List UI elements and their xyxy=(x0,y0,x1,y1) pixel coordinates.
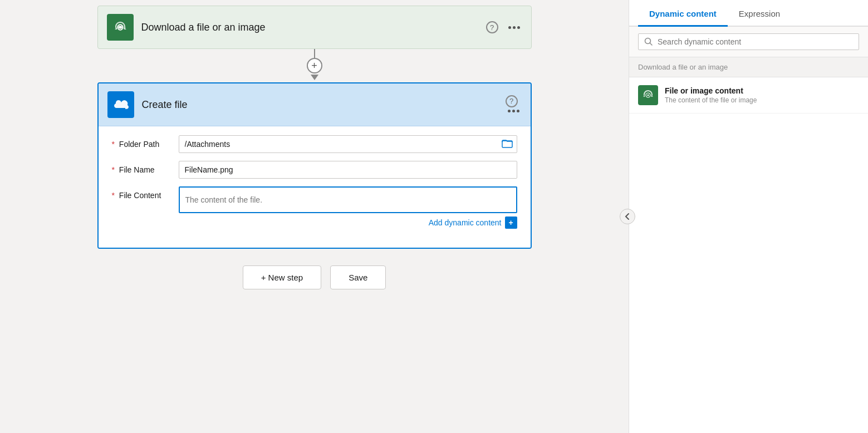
panel-section-header: Download a file or an image xyxy=(629,57,868,77)
top-step-icon xyxy=(107,14,134,41)
create-more-icon[interactable] xyxy=(506,107,522,115)
file-content-input[interactable] xyxy=(179,186,517,213)
create-file-title: Create file xyxy=(142,99,506,111)
top-step-title: Download a file or an image xyxy=(141,22,486,33)
folder-path-required: * xyxy=(112,140,115,149)
dynamic-content-row: Add dynamic content + xyxy=(179,216,517,229)
file-content-label: * File Content xyxy=(112,186,179,200)
top-step-card: Download a file or an image ? xyxy=(97,6,532,49)
create-file-body: * Folder Path * File Na xyxy=(99,126,531,248)
search-icon xyxy=(644,37,653,46)
file-content-wrapper: Add dynamic content + xyxy=(179,186,517,229)
file-name-row: * File Name xyxy=(112,161,517,179)
folder-browse-icon[interactable] xyxy=(502,138,513,150)
new-step-button[interactable]: + New step xyxy=(243,265,321,289)
add-dynamic-button[interactable]: Add dynamic content + xyxy=(429,216,517,229)
create-file-icon xyxy=(107,91,134,118)
file-name-label: * File Name xyxy=(112,161,179,174)
file-content-required: * xyxy=(112,191,115,200)
folder-path-wrapper xyxy=(179,135,517,153)
dynamic-item-file-content[interactable]: File or image content The content of the… xyxy=(629,77,868,114)
file-name-required: * xyxy=(112,165,115,174)
search-wrapper xyxy=(638,33,859,50)
tab-expression[interactable]: Expression xyxy=(728,0,791,27)
panel-search-area xyxy=(629,27,868,57)
panel-collapse-button[interactable] xyxy=(620,209,635,224)
create-file-header: Create file ? xyxy=(99,83,531,126)
step-connector: + xyxy=(307,49,322,82)
create-card-actions: ? xyxy=(506,95,522,115)
top-help-icon[interactable]: ? xyxy=(486,21,498,33)
svg-rect-2 xyxy=(502,141,512,147)
svg-point-5 xyxy=(648,95,649,96)
folder-path-label: * Folder Path xyxy=(112,135,179,149)
bottom-actions: + New step Save xyxy=(243,265,386,289)
add-step-button[interactable]: + xyxy=(307,58,322,73)
svg-point-1 xyxy=(119,26,121,28)
create-help-icon[interactable]: ? xyxy=(506,95,518,107)
top-card-actions: ? xyxy=(486,21,522,33)
add-dynamic-label: Add dynamic content xyxy=(429,218,502,227)
tab-dynamic-content[interactable]: Dynamic content xyxy=(638,0,728,27)
file-name-wrapper xyxy=(179,161,517,179)
panel-tabs: Dynamic content Expression xyxy=(629,0,868,27)
create-file-card: Create file ? * Folder Path xyxy=(97,82,532,249)
dynamic-item-icon xyxy=(638,85,658,105)
right-panel: Dynamic content Expression Download a fi… xyxy=(629,0,868,433)
save-button[interactable]: Save xyxy=(330,265,386,289)
file-name-input[interactable] xyxy=(179,161,517,179)
file-content-row: * File Content Add dynamic content + xyxy=(112,186,517,229)
connector-arrow xyxy=(311,75,318,80)
folder-path-row: * Folder Path xyxy=(112,135,517,153)
dynamic-item-title: File or image content xyxy=(665,86,757,95)
folder-path-input[interactable] xyxy=(179,135,517,153)
right-panel-container: Dynamic content Expression Download a fi… xyxy=(629,0,868,433)
dynamic-item-text: File or image content The content of the… xyxy=(665,86,757,104)
dynamic-item-description: The content of the file or image xyxy=(665,96,757,104)
top-more-icon[interactable] xyxy=(506,24,522,31)
add-dynamic-plus-icon: + xyxy=(505,216,517,229)
connector-line-top xyxy=(314,49,315,58)
search-input[interactable] xyxy=(658,37,853,46)
